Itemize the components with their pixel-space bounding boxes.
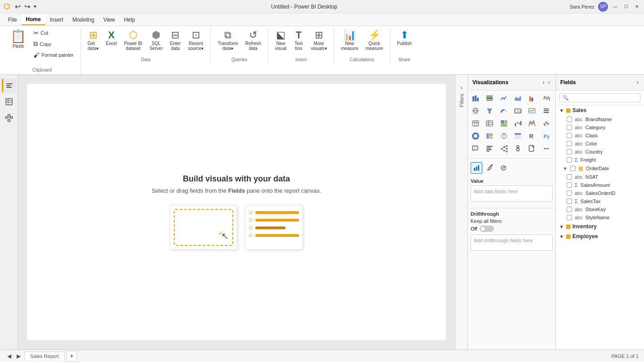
viz-gauge[interactable] bbox=[498, 105, 510, 117]
menu-view[interactable]: View bbox=[99, 15, 119, 25]
field-nsat[interactable]: abc NSAT bbox=[556, 173, 644, 181]
freight-checkbox[interactable] bbox=[567, 157, 572, 163]
text-box-button[interactable]: T Textbox bbox=[290, 28, 307, 53]
country-checkbox[interactable] bbox=[567, 149, 572, 154]
viz-key-influencers[interactable] bbox=[512, 143, 524, 154]
viz-scatter-chart[interactable] bbox=[526, 92, 538, 104]
add-page-button[interactable]: + bbox=[67, 351, 77, 362]
viz-smart-narrative[interactable] bbox=[484, 143, 495, 154]
menu-insert[interactable]: Insert bbox=[45, 15, 68, 25]
copy-button[interactable]: ⧉ Copy bbox=[30, 39, 77, 49]
stylename-checkbox[interactable] bbox=[567, 215, 572, 220]
viz-column-chart[interactable] bbox=[484, 92, 495, 104]
power-bi-dataset-button[interactable]: ⬡ Power BIdataset bbox=[121, 28, 145, 53]
publish-button[interactable]: ⬆ Publish bbox=[394, 28, 415, 48]
transform-data-button[interactable]: ⧉ Transformdata▾ bbox=[214, 28, 241, 53]
field-category[interactable]: abc Category bbox=[556, 123, 644, 131]
viz-scatter[interactable] bbox=[540, 118, 552, 129]
viz-map[interactable] bbox=[470, 105, 481, 117]
viz-matrix[interactable] bbox=[484, 118, 495, 129]
menu-help[interactable]: Help bbox=[119, 15, 140, 25]
brandname-checkbox[interactable] bbox=[567, 117, 572, 122]
viz-area-chart[interactable] bbox=[512, 92, 524, 104]
minimize-button[interactable]: — bbox=[612, 3, 619, 10]
viz-pie-chart[interactable] bbox=[540, 92, 552, 104]
viz-ribbon[interactable] bbox=[526, 118, 538, 129]
filters-label[interactable]: Filters bbox=[459, 94, 464, 107]
viz-qa[interactable]: ? bbox=[470, 143, 481, 154]
class-checkbox[interactable] bbox=[567, 133, 572, 138]
maximize-button[interactable]: ☐ bbox=[622, 3, 630, 10]
field-storekey[interactable]: abc StoreKey bbox=[556, 205, 644, 213]
salesorderid-checkbox[interactable] bbox=[567, 190, 572, 196]
undo-button[interactable]: ↩ bbox=[14, 1, 22, 12]
field-salesamount[interactable]: Σ SalesAmount bbox=[556, 181, 644, 189]
menu-home[interactable]: Home bbox=[21, 14, 45, 25]
build-visual-tab[interactable] bbox=[471, 162, 482, 174]
employee-group-header[interactable]: ▼ ▦ Employee bbox=[556, 231, 644, 241]
redo-button[interactable]: ↪ bbox=[23, 1, 32, 12]
orderdate-checkbox[interactable] bbox=[570, 166, 576, 171]
refresh-data-button[interactable]: ↺ Refreshdata bbox=[242, 28, 264, 53]
more-visuals-button[interactable]: ⊞ Morevisuals▾ bbox=[308, 28, 330, 53]
format-visual-tab[interactable] bbox=[484, 162, 496, 174]
paste-button[interactable]: 📋 Paste bbox=[7, 28, 29, 51]
canvas-area[interactable]: Build visuals with your data Select or d… bbox=[18, 75, 455, 349]
viz-treemap[interactable] bbox=[498, 118, 510, 129]
get-data-button[interactable]: ⊞ Getdata▾ bbox=[85, 28, 102, 53]
fields-collapse-icon[interactable]: › bbox=[636, 78, 639, 86]
viz-card[interactable]: 123 bbox=[512, 105, 524, 117]
menu-modeling[interactable]: Modeling bbox=[68, 15, 99, 25]
viz-r-visual[interactable]: R bbox=[526, 130, 538, 142]
keep-filters-toggle[interactable] bbox=[480, 226, 494, 232]
sidebar-model-icon[interactable] bbox=[2, 111, 16, 125]
sales-group-header[interactable]: ▼ ▦ Sales bbox=[556, 105, 644, 115]
drillthrough-field-area[interactable]: Add drillthrough fields here bbox=[471, 235, 553, 251]
value-field-area[interactable]: Add data fields here bbox=[471, 186, 553, 202]
viz-slicer[interactable] bbox=[540, 105, 552, 117]
viz-decomp-tree[interactable] bbox=[498, 143, 510, 154]
recent-source-button[interactable]: ⊡ Recentsource▾ bbox=[185, 28, 207, 53]
viz-bar-chart[interactable] bbox=[470, 92, 481, 104]
viz-collapse-left-icon[interactable]: › bbox=[542, 78, 545, 86]
viz-multi-row-card[interactable] bbox=[512, 130, 524, 142]
viz-more[interactable] bbox=[540, 143, 552, 154]
viz-kpi[interactable] bbox=[526, 105, 538, 117]
viz-paginated[interactable] bbox=[526, 143, 538, 154]
filters-sidebar[interactable]: ‹ Filters bbox=[455, 75, 468, 349]
field-brandname[interactable]: abc BrandName bbox=[556, 115, 644, 123]
category-checkbox[interactable] bbox=[567, 125, 572, 130]
page-prev-button[interactable]: ◀ bbox=[5, 352, 13, 360]
excel-button[interactable]: X Excel bbox=[103, 28, 120, 48]
field-stylename[interactable]: abc StyleName bbox=[556, 213, 644, 222]
field-salestax[interactable]: Σ SalesTax bbox=[556, 197, 644, 205]
salesamount-checkbox[interactable] bbox=[567, 182, 572, 188]
cut-button[interactable]: ✂ Cut bbox=[30, 28, 77, 38]
viz-donut[interactable] bbox=[470, 130, 481, 142]
field-orderdate[interactable]: ▼ ▦ OrderDate bbox=[556, 164, 644, 173]
color-checkbox[interactable] bbox=[567, 141, 572, 146]
viz-waterfall[interactable] bbox=[512, 118, 524, 129]
quick-measure-button[interactable]: ⚡ Quickmeasure bbox=[363, 28, 386, 53]
inventory-group-header[interactable]: ▼ ▦ Inventory bbox=[556, 222, 644, 231]
close-button[interactable]: ✕ bbox=[633, 3, 640, 10]
field-salesorderid[interactable]: abc SalesOrderID bbox=[556, 189, 644, 197]
viz-table[interactable] bbox=[470, 118, 481, 129]
field-class[interactable]: abc Class bbox=[556, 131, 644, 140]
viz-collapse-right-icon[interactable]: ‹ bbox=[547, 78, 551, 86]
viz-funnel[interactable] bbox=[484, 105, 495, 117]
nsat-checkbox[interactable] bbox=[567, 174, 572, 180]
user-avatar[interactable]: SP bbox=[598, 2, 608, 12]
new-visual-button[interactable]: ⬕ Newvisual bbox=[272, 28, 290, 53]
filters-collapse-icon[interactable]: ‹ bbox=[460, 84, 463, 91]
new-measure-button[interactable]: 📊 Newmeasure bbox=[338, 28, 362, 53]
salestax-checkbox[interactable] bbox=[567, 199, 572, 204]
page-next-button[interactable]: ▶ bbox=[15, 352, 23, 360]
analytics-tab[interactable] bbox=[498, 162, 509, 174]
field-freight[interactable]: Σ Freight bbox=[556, 156, 644, 164]
format-painter-button[interactable]: 🖌 Format painter bbox=[30, 50, 77, 60]
viz-python-visual[interactable]: Py bbox=[540, 130, 552, 142]
sales-report-tab[interactable]: Sales Report bbox=[24, 352, 65, 360]
viz-line-chart[interactable] bbox=[498, 92, 510, 104]
viz-azure-map[interactable] bbox=[498, 130, 510, 142]
